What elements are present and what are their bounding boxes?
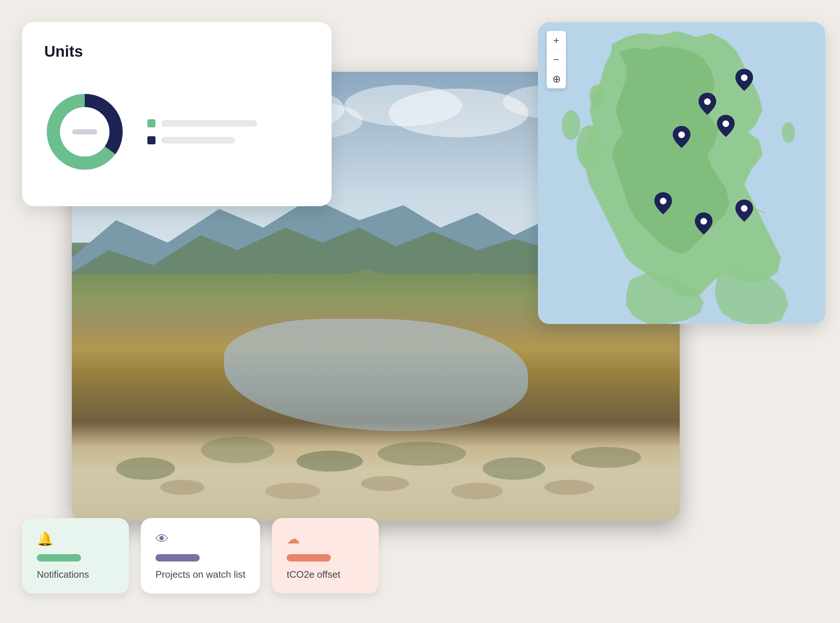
legend-dot-green [148, 119, 155, 127]
svg-point-19 [451, 483, 503, 499]
svg-point-31 [741, 74, 748, 81]
notifications-label: Notifications [37, 569, 114, 580]
map-controls: + − ⊕ [547, 31, 566, 88]
watchlist-pill [155, 554, 200, 562]
legend-dot-navy [148, 136, 155, 144]
bottom-cards: 🔔 Notifications 👁 Projects on watch list… [22, 518, 379, 594]
co2-pill [287, 554, 331, 562]
zoom-out-button[interactable]: − [547, 50, 566, 69]
chart-legend [148, 119, 257, 144]
co2-card: ☁ tCO2e offset [272, 518, 379, 594]
legend-bar-navy [162, 137, 235, 144]
svg-point-27 [577, 125, 602, 169]
zoom-in-button[interactable]: + [547, 31, 566, 50]
svg-point-14 [483, 457, 545, 480]
scene: Units [0, 0, 840, 623]
svg-point-34 [723, 120, 729, 127]
svg-point-33 [678, 132, 685, 138]
svg-point-28 [562, 110, 580, 140]
map-card: + − ⊕ [538, 22, 825, 324]
svg-point-11 [201, 437, 274, 463]
svg-point-20 [544, 480, 594, 495]
watchlist-label: Projects on watch list [155, 569, 245, 580]
bell-icon: 🔔 [37, 531, 114, 547]
svg-point-13 [378, 442, 466, 465]
svg-point-36 [700, 218, 707, 225]
svg-point-18 [361, 476, 409, 491]
svg-point-32 [704, 98, 711, 105]
svg-point-17 [265, 483, 320, 499]
units-card: Units [22, 22, 332, 206]
svg-point-29 [589, 85, 604, 107]
svg-point-37 [741, 205, 748, 212]
compass-button[interactable]: ⊕ [547, 69, 566, 88]
legend-bar-green [162, 120, 257, 127]
co2-label: tCO2e offset [287, 569, 364, 580]
legend-item-navy [148, 136, 257, 144]
notifications-card: 🔔 Notifications [22, 518, 129, 594]
notifications-pill [37, 554, 81, 562]
units-title: Units [44, 43, 309, 60]
svg-point-35 [660, 198, 666, 204]
svg-point-30 [782, 122, 795, 143]
donut-chart [44, 91, 125, 172]
eye-icon: 👁 [155, 531, 245, 547]
svg-rect-25 [72, 129, 97, 134]
cloud-icon: ☁ [287, 531, 364, 547]
watchlist-card: 👁 Projects on watch list [141, 518, 260, 594]
svg-point-10 [116, 457, 175, 480]
svg-point-12 [297, 451, 363, 472]
legend-item-green [148, 119, 257, 127]
svg-point-16 [160, 480, 205, 495]
svg-point-15 [571, 447, 641, 468]
